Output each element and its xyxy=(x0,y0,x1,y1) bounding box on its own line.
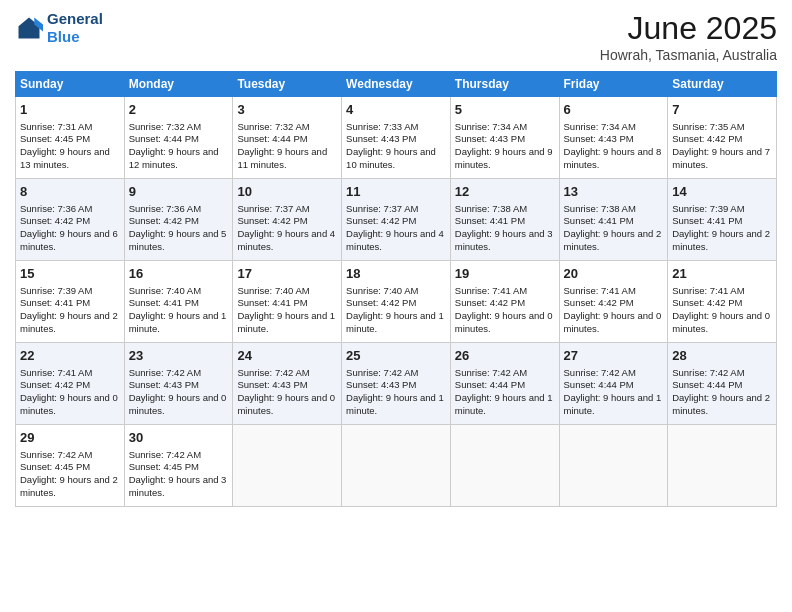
calendar-body: 1Sunrise: 7:31 AMSunset: 4:45 PMDaylight… xyxy=(16,97,777,507)
sunrise-text: Sunrise: 7:42 AM xyxy=(129,367,229,380)
logo-text-blue: Blue xyxy=(47,28,103,46)
sunset-text: Sunset: 4:41 PM xyxy=(455,215,555,228)
sunset-text: Sunset: 4:44 PM xyxy=(564,379,664,392)
sunset-text: Sunset: 4:42 PM xyxy=(346,297,446,310)
day-number: 16 xyxy=(129,265,229,283)
calendar-row: 15Sunrise: 7:39 AMSunset: 4:41 PMDayligh… xyxy=(16,261,777,343)
calendar-cell: 28Sunrise: 7:42 AMSunset: 4:44 PMDayligh… xyxy=(668,343,777,425)
sunset-text: Sunset: 4:42 PM xyxy=(346,215,446,228)
sunset-text: Sunset: 4:41 PM xyxy=(237,297,337,310)
sunset-text: Sunset: 4:43 PM xyxy=(237,379,337,392)
calendar-cell xyxy=(233,425,342,507)
day-number: 14 xyxy=(672,183,772,201)
daylight-text: Daylight: 9 hours and 1 minute. xyxy=(455,392,555,418)
sunrise-text: Sunrise: 7:40 AM xyxy=(237,285,337,298)
calendar-cell: 5Sunrise: 7:34 AMSunset: 4:43 PMDaylight… xyxy=(450,97,559,179)
col-sunday: Sunday xyxy=(16,72,125,97)
sunrise-text: Sunrise: 7:41 AM xyxy=(20,367,120,380)
sunset-text: Sunset: 4:43 PM xyxy=(455,133,555,146)
month-title: June 2025 xyxy=(600,10,777,47)
daylight-text: Daylight: 9 hours and 1 minute. xyxy=(237,310,337,336)
calendar-cell: 3Sunrise: 7:32 AMSunset: 4:44 PMDaylight… xyxy=(233,97,342,179)
sunrise-text: Sunrise: 7:34 AM xyxy=(455,121,555,134)
day-number: 23 xyxy=(129,347,229,365)
sunrise-text: Sunrise: 7:31 AM xyxy=(20,121,120,134)
sunset-text: Sunset: 4:45 PM xyxy=(129,461,229,474)
sunset-text: Sunset: 4:41 PM xyxy=(564,215,664,228)
sunset-text: Sunset: 4:41 PM xyxy=(672,215,772,228)
daylight-text: Daylight: 9 hours and 2 minutes. xyxy=(20,310,120,336)
daylight-text: Daylight: 9 hours and 1 minute. xyxy=(564,392,664,418)
sunset-text: Sunset: 4:42 PM xyxy=(455,297,555,310)
calendar-cell: 23Sunrise: 7:42 AMSunset: 4:43 PMDayligh… xyxy=(124,343,233,425)
calendar-cell: 8Sunrise: 7:36 AMSunset: 4:42 PMDaylight… xyxy=(16,179,125,261)
day-number: 4 xyxy=(346,101,446,119)
daylight-text: Daylight: 9 hours and 6 minutes. xyxy=(20,228,120,254)
calendar-cell xyxy=(668,425,777,507)
day-number: 24 xyxy=(237,347,337,365)
sunrise-text: Sunrise: 7:32 AM xyxy=(237,121,337,134)
daylight-text: Daylight: 9 hours and 1 minute. xyxy=(129,310,229,336)
day-number: 21 xyxy=(672,265,772,283)
sunrise-text: Sunrise: 7:35 AM xyxy=(672,121,772,134)
col-friday: Friday xyxy=(559,72,668,97)
calendar-cell: 26Sunrise: 7:42 AMSunset: 4:44 PMDayligh… xyxy=(450,343,559,425)
sunrise-text: Sunrise: 7:39 AM xyxy=(20,285,120,298)
daylight-text: Daylight: 9 hours and 12 minutes. xyxy=(129,146,229,172)
sunset-text: Sunset: 4:45 PM xyxy=(20,461,120,474)
daylight-text: Daylight: 9 hours and 11 minutes. xyxy=(237,146,337,172)
daylight-text: Daylight: 9 hours and 2 minutes. xyxy=(20,474,120,500)
day-number: 19 xyxy=(455,265,555,283)
sunset-text: Sunset: 4:44 PM xyxy=(672,379,772,392)
sunrise-text: Sunrise: 7:40 AM xyxy=(346,285,446,298)
daylight-text: Daylight: 9 hours and 0 minutes. xyxy=(672,310,772,336)
calendar-cell xyxy=(342,425,451,507)
daylight-text: Daylight: 9 hours and 4 minutes. xyxy=(346,228,446,254)
day-number: 5 xyxy=(455,101,555,119)
sunset-text: Sunset: 4:41 PM xyxy=(129,297,229,310)
day-number: 28 xyxy=(672,347,772,365)
col-tuesday: Tuesday xyxy=(233,72,342,97)
col-saturday: Saturday xyxy=(668,72,777,97)
day-number: 2 xyxy=(129,101,229,119)
calendar-cell: 22Sunrise: 7:41 AMSunset: 4:42 PMDayligh… xyxy=(16,343,125,425)
calendar-cell: 10Sunrise: 7:37 AMSunset: 4:42 PMDayligh… xyxy=(233,179,342,261)
daylight-text: Daylight: 9 hours and 2 minutes. xyxy=(672,228,772,254)
sunrise-text: Sunrise: 7:40 AM xyxy=(129,285,229,298)
day-number: 18 xyxy=(346,265,446,283)
sunset-text: Sunset: 4:44 PM xyxy=(237,133,337,146)
sunset-text: Sunset: 4:42 PM xyxy=(672,133,772,146)
calendar-row: 29Sunrise: 7:42 AMSunset: 4:45 PMDayligh… xyxy=(16,425,777,507)
day-number: 9 xyxy=(129,183,229,201)
calendar-cell: 7Sunrise: 7:35 AMSunset: 4:42 PMDaylight… xyxy=(668,97,777,179)
sunset-text: Sunset: 4:42 PM xyxy=(129,215,229,228)
col-thursday: Thursday xyxy=(450,72,559,97)
daylight-text: Daylight: 9 hours and 3 minutes. xyxy=(129,474,229,500)
sunrise-text: Sunrise: 7:38 AM xyxy=(455,203,555,216)
sunset-text: Sunset: 4:43 PM xyxy=(346,379,446,392)
sunrise-text: Sunrise: 7:42 AM xyxy=(237,367,337,380)
day-number: 8 xyxy=(20,183,120,201)
sunset-text: Sunset: 4:42 PM xyxy=(672,297,772,310)
calendar-cell: 16Sunrise: 7:40 AMSunset: 4:41 PMDayligh… xyxy=(124,261,233,343)
sunrise-text: Sunrise: 7:36 AM xyxy=(20,203,120,216)
daylight-text: Daylight: 9 hours and 0 minutes. xyxy=(237,392,337,418)
sunset-text: Sunset: 4:42 PM xyxy=(564,297,664,310)
calendar-cell: 12Sunrise: 7:38 AMSunset: 4:41 PMDayligh… xyxy=(450,179,559,261)
daylight-text: Daylight: 9 hours and 1 minute. xyxy=(346,310,446,336)
calendar-cell: 1Sunrise: 7:31 AMSunset: 4:45 PMDaylight… xyxy=(16,97,125,179)
daylight-text: Daylight: 9 hours and 2 minutes. xyxy=(564,228,664,254)
calendar-cell: 27Sunrise: 7:42 AMSunset: 4:44 PMDayligh… xyxy=(559,343,668,425)
sunrise-text: Sunrise: 7:42 AM xyxy=(20,449,120,462)
sunset-text: Sunset: 4:42 PM xyxy=(237,215,337,228)
calendar-cell: 21Sunrise: 7:41 AMSunset: 4:42 PMDayligh… xyxy=(668,261,777,343)
daylight-text: Daylight: 9 hours and 10 minutes. xyxy=(346,146,446,172)
daylight-text: Daylight: 9 hours and 1 minute. xyxy=(346,392,446,418)
calendar-cell: 25Sunrise: 7:42 AMSunset: 4:43 PMDayligh… xyxy=(342,343,451,425)
calendar-cell: 4Sunrise: 7:33 AMSunset: 4:43 PMDaylight… xyxy=(342,97,451,179)
calendar-cell: 13Sunrise: 7:38 AMSunset: 4:41 PMDayligh… xyxy=(559,179,668,261)
location-subtitle: Howrah, Tasmania, Australia xyxy=(600,47,777,63)
sunset-text: Sunset: 4:43 PM xyxy=(129,379,229,392)
day-number: 12 xyxy=(455,183,555,201)
sunrise-text: Sunrise: 7:42 AM xyxy=(672,367,772,380)
